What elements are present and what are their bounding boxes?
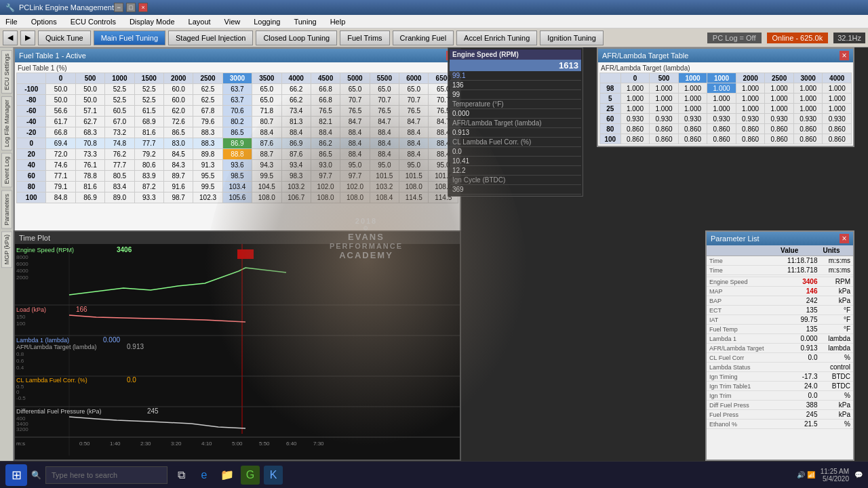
afr-cell-2-4[interactable]: 1.000 [736,104,765,114]
fuel-cell-8-2[interactable]: 80.5 [105,171,134,182]
afr-table-close[interactable]: × [840,51,849,60]
fuel-cell-1-9[interactable]: 66.8 [311,95,340,106]
fuel-cell-6-10[interactable]: 88.4 [340,149,370,160]
fuel-cell-5-2[interactable]: 74.8 [105,138,134,149]
start-button[interactable]: ⊞ [5,464,27,486]
afr-cell-0-7[interactable]: 1.000 [823,83,852,94]
sidebar-event-log[interactable]: Event Log [1,153,12,188]
afr-cell-0-2[interactable]: 1.000 [678,83,707,94]
fuel-cell-4-2[interactable]: 73.2 [105,127,134,138]
fuel-cell-4-7[interactable]: 88.4 [252,127,281,138]
afr-cell-5-0[interactable]: 0.860 [620,134,650,144]
fuel-cell-5-3[interactable]: 77.7 [134,138,163,149]
afr-cell-0-4[interactable]: 1.000 [736,83,765,94]
fuel-cell-6-7[interactable]: 88.7 [252,149,281,160]
menu-ecu[interactable]: ECU Controls [68,18,119,26]
param-list-close[interactable]: × [840,234,849,243]
sidebar-ecu-settings[interactable]: ECU Settings [1,50,12,94]
fuel-cell-3-4[interactable]: 72.6 [163,117,193,127]
fuel-cell-10-9[interactable]: 108.0 [311,192,340,203]
afr-cell-0-5[interactable]: 1.000 [765,83,794,94]
fuel-cell-5-12[interactable]: 88.4 [399,138,429,149]
fuel-cell-8-12[interactable]: 101.5 [399,171,429,182]
fuel-cell-7-0[interactable]: 74.6 [46,160,75,171]
fuel-cell-8-11[interactable]: 101.5 [370,171,399,182]
fuel-cell-2-9[interactable]: 76.5 [311,106,340,117]
fuel-cell-0-8[interactable]: 66.2 [281,84,311,95]
fuel-cell-5-0[interactable]: 69.4 [46,138,75,149]
sidebar-mgp[interactable]: MGP (kPa) [1,231,12,268]
fuel-cell-1-5[interactable]: 62.5 [193,95,222,106]
fuel-cell-9-5[interactable]: 99.5 [193,182,222,192]
fuel-cell-7-5[interactable]: 91.3 [193,160,222,171]
fuel-cell-3-1[interactable]: 62.7 [75,117,104,127]
fuel-cell-9-11[interactable]: 103.2 [370,182,399,192]
fuel-cell-9-3[interactable]: 87.2 [134,182,163,192]
fuel-cell-0-5[interactable]: 62.5 [193,84,222,95]
menu-layout[interactable]: Layout [186,18,214,26]
fuel-cell-8-3[interactable]: 83.9 [134,171,163,182]
fuel-cell-2-6[interactable]: 70.6 [222,106,252,117]
fuel-cell-0-10[interactable]: 65.0 [340,84,370,95]
fuel-cell-8-6[interactable]: 98.5 [222,171,252,182]
fuel-cell-2-8[interactable]: 73.4 [281,106,311,117]
fuel-cell-7-4[interactable]: 84.3 [163,160,193,171]
fuel-cell-3-11[interactable]: 84.7 [370,117,399,127]
afr-cell-3-4[interactable]: 0.930 [736,114,765,124]
fuel-cell-10-6[interactable]: 105.6 [222,192,252,203]
fuel-cell-2-12[interactable]: 76.5 [399,106,429,117]
fuel-cell-5-8[interactable]: 86.9 [281,138,311,149]
fuel-cell-3-10[interactable]: 84.7 [340,117,370,127]
afr-cell-5-2[interactable]: 0.860 [678,134,707,144]
fuel-cell-1-11[interactable]: 70.7 [370,95,399,106]
menu-display[interactable]: Display Mode [127,18,178,26]
fuel-cell-3-6[interactable]: 80.2 [222,117,252,127]
fuel-table-scroll[interactable]: Fuel Table 1 (%) 0 500 1000 1500 2000 25… [15,62,460,205]
fuel-cell-9-0[interactable]: 79.1 [46,182,75,192]
afr-cell-3-6[interactable]: 0.930 [793,114,823,124]
afr-cell-4-5[interactable]: 0.860 [765,124,794,134]
menu-view[interactable]: View [222,18,243,26]
fuel-cell-0-2[interactable]: 52.5 [105,84,134,95]
fuel-cell-5-7[interactable]: 87.6 [252,138,281,149]
taskbar-folder[interactable]: 📁 [218,466,237,485]
fuel-cell-4-1[interactable]: 68.3 [75,127,104,138]
nav-forward-button[interactable]: ▶ [20,30,35,45]
afr-cell-2-2[interactable]: 1.000 [678,104,707,114]
fuel-cell-2-1[interactable]: 57.1 [75,106,104,117]
afr-cell-5-4[interactable]: 0.860 [736,134,765,144]
fuel-cell-2-3[interactable]: 61.5 [134,106,163,117]
fuel-cell-9-7[interactable]: 104.5 [252,182,281,192]
fuel-cell-3-8[interactable]: 81.3 [281,117,311,127]
fuel-cell-1-2[interactable]: 52.5 [105,95,134,106]
fuel-cell-7-12[interactable]: 95.0 [399,160,429,171]
fuel-cell-7-6[interactable]: 93.6 [222,160,252,171]
fuel-cell-2-5[interactable]: 67.8 [193,106,222,117]
fuel-cell-5-6[interactable]: 86.9 [222,138,252,149]
fuel-cell-6-3[interactable]: 79.2 [134,149,163,160]
afr-cell-1-2[interactable]: 1.000 [678,94,707,104]
fuel-cell-10-7[interactable]: 108.0 [252,192,281,203]
fuel-cell-10-5[interactable]: 102.3 [193,192,222,203]
afr-cell-1-0[interactable]: 1.000 [620,94,650,104]
fuel-cell-4-5[interactable]: 88.3 [193,127,222,138]
maximize-button[interactable]: □ [126,3,136,12]
fuel-cell-4-6[interactable]: 86.5 [222,127,252,138]
fuel-cell-9-10[interactable]: 102.0 [340,182,370,192]
fuel-cell-9-12[interactable]: 108.0 [399,182,429,192]
fuel-cell-5-1[interactable]: 70.8 [75,138,104,149]
fuel-cell-8-10[interactable]: 97.7 [340,171,370,182]
fuel-cell-2-2[interactable]: 60.5 [105,106,134,117]
fuel-cell-6-6[interactable]: 88.8 [222,149,252,160]
afr-cell-5-5[interactable]: 0.860 [765,134,794,144]
afr-cell-3-7[interactable]: 0.930 [823,114,852,124]
fuel-cell-9-2[interactable]: 83.4 [105,182,134,192]
fuel-cell-10-0[interactable]: 84.8 [46,192,75,203]
fuel-cell-3-2[interactable]: 67.0 [105,117,134,127]
fuel-cell-8-5[interactable]: 95.5 [193,171,222,182]
fuel-trims-button[interactable]: Fuel Trims [340,30,389,45]
afr-cell-3-2[interactable]: 0.930 [678,114,707,124]
fuel-cell-6-9[interactable]: 86.5 [311,149,340,160]
afr-cell-2-0[interactable]: 1.000 [620,104,650,114]
cranking-fuel-button[interactable]: Cranking Fuel [393,30,454,45]
